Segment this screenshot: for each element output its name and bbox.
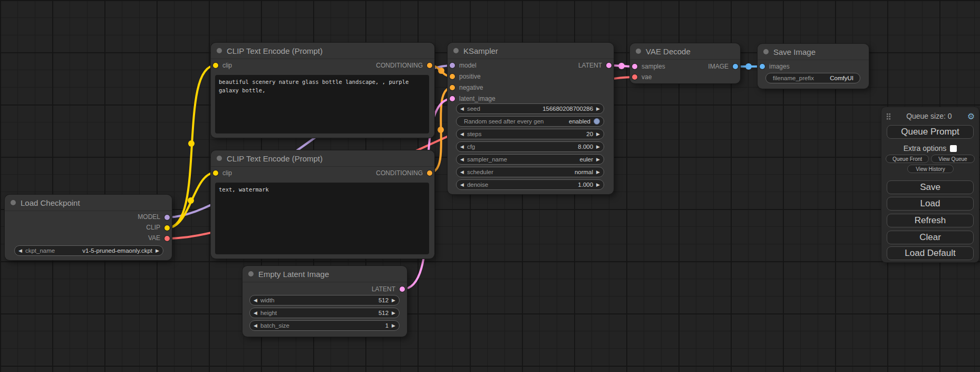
node-title-bar[interactable]: Empty Latent Image — [242, 266, 407, 282]
filename-prefix-widget[interactable]: filename_prefix ComfyUI — [765, 73, 860, 83]
negative-input-label: negative — [459, 84, 483, 91]
samples-input-dot[interactable] — [632, 64, 637, 69]
drag-handle-icon[interactable] — [886, 113, 891, 120]
collapse-dot-icon[interactable] — [217, 156, 222, 161]
decrement-arrow-icon[interactable]: ◀ — [460, 157, 464, 162]
clip-output-label: CLIP — [146, 224, 160, 231]
view-history-button[interactable]: View History — [907, 165, 954, 173]
increment-arrow-icon[interactable]: ▶ — [596, 183, 600, 187]
negative-input-dot[interactable] — [450, 85, 455, 90]
width-widget[interactable]: ◀ width 512 ▶ — [249, 295, 400, 306]
latent-output-dot[interactable] — [606, 63, 612, 68]
scheduler-widget[interactable]: ◀ scheduler normal ▶ — [456, 167, 604, 177]
widget-label: filename_prefix — [773, 75, 814, 81]
refresh-button[interactable]: Refresh — [887, 214, 974, 227]
image-output-label: IMAGE — [708, 63, 729, 70]
extra-options-checkbox[interactable] — [950, 145, 957, 152]
vae-input-dot[interactable] — [632, 74, 637, 80]
decrement-arrow-icon[interactable]: ◀ — [254, 311, 257, 316]
prompt-textarea[interactable]: text, watermark — [215, 183, 429, 254]
increment-arrow-icon[interactable]: ▶ — [596, 157, 600, 162]
clear-button[interactable]: Clear — [887, 231, 974, 244]
node-ksampler[interactable]: KSampler model positive negative latent_… — [448, 43, 614, 194]
settings-gear-icon[interactable]: ⚙ — [967, 111, 975, 121]
node-empty-latent-image[interactable]: Empty Latent Image LATENT ◀ width 512 ▶ … — [242, 266, 407, 337]
save-button[interactable]: Save — [887, 180, 974, 194]
latent-image-input-dot[interactable] — [450, 96, 455, 101]
decrement-arrow-icon[interactable]: ◀ — [254, 323, 257, 328]
collapse-dot-icon[interactable] — [11, 200, 16, 205]
load-default-button[interactable]: Load Default — [887, 246, 974, 260]
node-graph-canvas[interactable]: CLIP Text Encode (Prompt) clip CONDITION… — [0, 0, 980, 372]
node-title-bar[interactable]: VAE Decode — [630, 43, 740, 60]
images-input-dot[interactable] — [760, 64, 765, 69]
steps-widget[interactable]: ◀ steps 20 ▶ — [456, 129, 604, 139]
view-queue-button[interactable]: View Queue — [931, 155, 975, 163]
clip-input-label: clip — [222, 169, 232, 177]
increment-arrow-icon[interactable]: ▶ — [392, 323, 395, 328]
collapse-dot-icon[interactable] — [763, 49, 769, 54]
model-output-dot[interactable] — [164, 215, 170, 220]
increment-arrow-icon[interactable]: ▶ — [596, 145, 600, 149]
node-vae-decode[interactable]: VAE Decode samples vae IMAGE — [630, 43, 740, 83]
decrement-arrow-icon[interactable]: ◀ — [460, 183, 464, 187]
decrement-arrow-icon[interactable]: ◀ — [18, 249, 22, 253]
clip-input-dot[interactable] — [213, 63, 218, 68]
denoise-widget[interactable]: ◀ denoise 1.000 ▶ — [456, 179, 604, 190]
collapse-dot-icon[interactable] — [453, 48, 459, 53]
positive-input-dot[interactable] — [450, 74, 455, 79]
decrement-arrow-icon[interactable]: ◀ — [254, 298, 257, 303]
decrement-arrow-icon[interactable]: ◀ — [460, 170, 464, 175]
conditioning-output-dot[interactable] — [427, 170, 432, 176]
node-title-label: Empty Latent Image — [258, 270, 329, 279]
conditioning-output-dot[interactable] — [427, 63, 432, 68]
node-title-bar[interactable]: Load Checkpoint — [5, 195, 172, 211]
decrement-arrow-icon[interactable]: ◀ — [460, 107, 464, 111]
latent-output-dot[interactable] — [400, 287, 405, 292]
node-clip-text-encode-negative[interactable]: CLIP Text Encode (Prompt) clip CONDITION… — [211, 150, 434, 259]
collapse-dot-icon[interactable] — [636, 49, 641, 54]
decrement-arrow-icon[interactable]: ◀ — [460, 132, 464, 137]
increment-arrow-icon[interactable]: ▶ — [392, 311, 395, 316]
link-midpoint-dot — [188, 197, 194, 204]
increment-arrow-icon[interactable]: ▶ — [596, 107, 600, 111]
queue-prompt-button[interactable]: Queue Prompt — [887, 125, 974, 139]
clip-input-label: clip — [222, 62, 232, 69]
node-title-bar[interactable]: KSampler — [448, 43, 614, 59]
height-widget[interactable]: ◀ height 512 ▶ — [249, 308, 400, 318]
prompt-textarea[interactable]: beautiful scenery nature glass bottle la… — [215, 75, 429, 133]
node-clip-text-encode-positive[interactable]: CLIP Text Encode (Prompt) clip CONDITION… — [211, 43, 434, 138]
increment-arrow-icon[interactable]: ▶ — [156, 249, 159, 253]
node-title-bar[interactable]: CLIP Text Encode (Prompt) — [211, 150, 434, 167]
node-title-bar[interactable]: Save Image — [758, 44, 869, 60]
link-midpoint-dot — [618, 63, 625, 69]
load-button[interactable]: Load — [887, 197, 974, 211]
collapse-dot-icon[interactable] — [248, 271, 254, 276]
widget-value: euler — [580, 156, 594, 163]
queue-front-button[interactable]: Queue Front — [886, 155, 929, 163]
image-output-dot[interactable] — [733, 64, 738, 69]
increment-arrow-icon[interactable]: ▶ — [596, 132, 600, 137]
random-seed-widget[interactable]: Random seed after every gen enabled — [456, 116, 604, 127]
cfg-widget[interactable]: ◀ cfg 8.000 ▶ — [456, 141, 604, 152]
toggle-dot[interactable] — [594, 118, 600, 125]
samples-input-label: samples — [642, 63, 665, 70]
widget-value: v1-5-pruned-emaonly.ckpt — [82, 247, 152, 254]
model-input-dot[interactable] — [450, 63, 455, 68]
increment-arrow-icon[interactable]: ▶ — [392, 298, 395, 303]
ckpt-name-widget[interactable]: ◀ ckpt_name v1-5-pruned-emaonly.ckpt ▶ — [14, 245, 163, 256]
widget-label: height — [260, 310, 277, 316]
increment-arrow-icon[interactable]: ▶ — [596, 170, 600, 175]
node-load-checkpoint[interactable]: Load Checkpoint MODEL CLIP VAE ◀ ckpt_na… — [5, 195, 172, 260]
clip-output-dot[interactable] — [164, 225, 170, 231]
sampler-name-widget[interactable]: ◀ sampler_name euler ▶ — [456, 154, 604, 165]
batch-size-widget[interactable]: ◀ batch_size 1 ▶ — [249, 320, 400, 331]
clip-input-dot[interactable] — [213, 170, 218, 176]
seed-widget[interactable]: ◀ seed 156680208700286 ▶ — [456, 103, 604, 114]
vae-output-dot[interactable] — [164, 236, 170, 241]
node-title-bar[interactable]: CLIP Text Encode (Prompt) — [211, 43, 434, 59]
collapse-dot-icon[interactable] — [217, 48, 222, 53]
node-save-image[interactable]: Save Image images filename_prefix ComfyU… — [758, 44, 869, 89]
conditioning-output-label: CONDITIONING — [376, 169, 423, 177]
decrement-arrow-icon[interactable]: ◀ — [460, 145, 464, 149]
